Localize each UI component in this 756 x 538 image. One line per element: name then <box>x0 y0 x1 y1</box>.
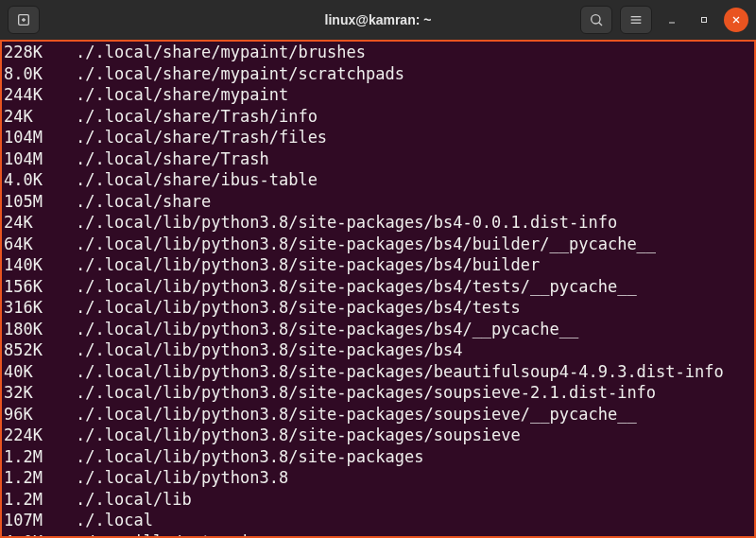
output-line: 316K./.local/lib/python3.8/site-packages… <box>2 297 754 319</box>
path-value: ./.mozilla/extensions <box>59 531 279 539</box>
size-value: 1.2M <box>2 489 59 511</box>
titlebar-right <box>580 6 748 34</box>
size-value: 104M <box>2 148 59 170</box>
path-value: ./.local/lib/python3.8/site-packages/sou… <box>59 382 656 404</box>
minimize-icon <box>666 14 678 26</box>
output-line: 852K./.local/lib/python3.8/site-packages… <box>2 339 754 361</box>
output-line: 224K./.local/lib/python3.8/site-packages… <box>2 425 754 446</box>
close-icon <box>730 14 742 26</box>
path-value: ./.local/lib/python3.8/site-packages/bs4… <box>59 254 540 276</box>
size-value: 8.0K <box>2 63 59 85</box>
search-icon <box>589 12 604 27</box>
minimize-button[interactable] <box>660 8 684 32</box>
output-line: 4.0K./.mozilla/extensions <box>2 531 754 539</box>
size-value: 140K <box>2 254 59 276</box>
output-line: 32K./.local/lib/python3.8/site-packages/… <box>2 382 754 404</box>
size-value: 156K <box>2 276 59 298</box>
output-line: 1.2M./.local/lib/python3.8 <box>2 467 754 489</box>
size-value: 24K <box>2 212 59 234</box>
size-value: 107M <box>2 510 59 531</box>
size-value: 24K <box>2 106 59 128</box>
output-line: 4.0K./.local/share/ibus-table <box>2 169 754 191</box>
path-value: ./.local/share/ibus-table <box>59 169 318 191</box>
size-value: 316K <box>2 297 59 319</box>
path-value: ./.local/share/mypaint/scratchpads <box>59 63 404 85</box>
path-value: ./.local/lib/python3.8/site-packages/bs4… <box>59 212 617 234</box>
size-value: 4.0K <box>2 169 59 191</box>
path-value: ./.local/lib <box>59 489 192 511</box>
output-line: 1.2M./.local/lib/python3.8/site-packages <box>2 446 754 468</box>
path-value: ./.local/lib/python3.8/site-packages/sou… <box>59 404 637 425</box>
close-button[interactable] <box>724 8 748 32</box>
path-value: ./.local/share/Trash/info <box>59 106 318 128</box>
path-value: ./.local/lib/python3.8/site-packages/bs4… <box>59 297 521 319</box>
maximize-button[interactable] <box>692 8 716 32</box>
size-value: 4.0K <box>2 531 59 539</box>
size-value: 32K <box>2 382 59 404</box>
output-line: 64K./.local/lib/python3.8/site-packages/… <box>2 234 754 255</box>
hamburger-icon <box>628 12 644 27</box>
output-line: 24K./.local/share/Trash/info <box>2 106 754 128</box>
path-value: ./.local/lib/python3.8/site-packages/bs4… <box>59 276 637 298</box>
path-value: ./.local/lib/python3.8/site-packages/sou… <box>59 425 521 446</box>
new-tab-icon <box>16 12 31 27</box>
size-value: 1.2M <box>2 446 59 468</box>
search-button[interactable] <box>580 6 612 34</box>
menu-button[interactable] <box>620 6 652 34</box>
new-tab-button[interactable] <box>8 6 40 34</box>
path-value: ./.local/share/mypaint <box>59 84 288 106</box>
output-line: 244K./.local/share/mypaint <box>2 84 754 106</box>
size-value: 40K <box>2 361 59 383</box>
output-line: 1.2M./.local/lib <box>2 489 754 511</box>
output-line: 107M./.local <box>2 510 754 531</box>
path-value: ./.local/lib/python3.8 <box>59 467 288 489</box>
output-line: 140K./.local/lib/python3.8/site-packages… <box>2 254 754 276</box>
path-value: ./.local/lib/python3.8/site-packages/bea… <box>59 361 724 383</box>
terminal-window: linux@kamran: ~ <box>0 0 756 538</box>
path-value: ./.local/lib/python3.8/site-packages/bs4 <box>59 339 462 361</box>
output-line: 228K./.local/share/mypaint/brushes <box>2 42 754 63</box>
size-value: 105M <box>2 191 59 213</box>
output-line: 104M./.local/share/Trash <box>2 148 754 170</box>
output-line: 105M./.local/share <box>2 191 754 213</box>
path-value: ./.local/lib/python3.8/site-packages <box>59 446 423 468</box>
size-value: 224K <box>2 425 59 446</box>
output-line: 8.0K./.local/share/mypaint/scratchpads <box>2 63 754 85</box>
size-value: 1.2M <box>2 467 59 489</box>
path-value: ./.local/lib/python3.8/site-packages/bs4… <box>59 234 656 255</box>
svg-point-1 <box>592 15 600 24</box>
size-value: 64K <box>2 234 59 255</box>
terminal-body[interactable]: 228K./.local/share/mypaint/brushes8.0K./… <box>0 40 756 538</box>
output-line: 96K./.local/lib/python3.8/site-packages/… <box>2 404 754 425</box>
path-value: ./.local/share/Trash/files <box>59 127 327 148</box>
path-value: ./.local/share/mypaint/brushes <box>59 42 366 63</box>
output-line: 104M./.local/share/Trash/files <box>2 127 754 148</box>
size-value: 104M <box>2 127 59 148</box>
size-value: 180K <box>2 319 59 340</box>
size-value: 228K <box>2 42 59 63</box>
path-value: ./.local <box>59 510 153 531</box>
size-value: 244K <box>2 84 59 106</box>
svg-line-2 <box>599 23 602 26</box>
size-value: 96K <box>2 404 59 425</box>
svg-rect-7 <box>702 18 707 23</box>
path-value: ./.local/share <box>59 191 211 213</box>
output-line: 40K./.local/lib/python3.8/site-packages/… <box>2 361 754 383</box>
size-value: 852K <box>2 339 59 361</box>
titlebar: linux@kamran: ~ <box>0 0 756 40</box>
titlebar-left <box>8 6 40 34</box>
output-line: 24K./.local/lib/python3.8/site-packages/… <box>2 212 754 234</box>
path-value: ./.local/share/Trash <box>59 148 269 170</box>
maximize-icon <box>698 14 710 26</box>
output-line: 180K./.local/lib/python3.8/site-packages… <box>2 319 754 340</box>
path-value: ./.local/lib/python3.8/site-packages/bs4… <box>59 319 578 340</box>
output-line: 156K./.local/lib/python3.8/site-packages… <box>2 276 754 298</box>
